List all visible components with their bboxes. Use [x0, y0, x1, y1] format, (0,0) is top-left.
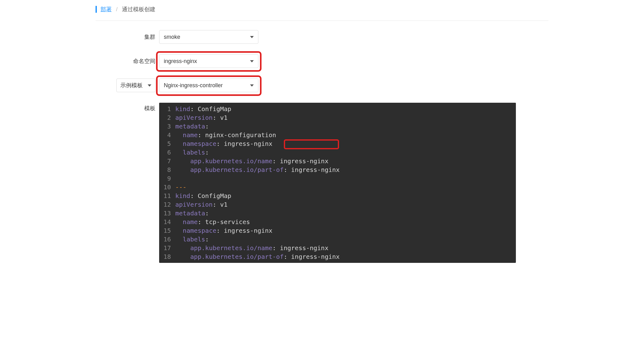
- namespace-highlight-wrap: ingress-nginx: [159, 54, 258, 68]
- line-number: 13: [159, 209, 175, 218]
- editor-line[interactable]: 4 name: nginx-configuration: [159, 131, 516, 139]
- namespace-label: 命名空间: [133, 57, 155, 65]
- sample-template-dropdown[interactable]: Nginx-ingress-controller: [159, 79, 258, 92]
- form-row-cluster: 集群 smoke: [96, 30, 548, 44]
- breadcrumb-accent-bar: [96, 6, 97, 13]
- namespace-dropdown[interactable]: ingress-nginx: [159, 54, 258, 68]
- line-number: 8: [159, 165, 175, 174]
- line-code[interactable]: app.kubernetes.io/part-of: ingress-nginx: [175, 252, 516, 261]
- line-code[interactable]: labels:: [175, 148, 516, 157]
- line-number: 10: [159, 183, 175, 191]
- line-code[interactable]: namespace: ingress-nginx: [175, 226, 516, 235]
- line-number: 9: [159, 174, 175, 183]
- editor-line[interactable]: 15 namespace: ingress-nginx: [159, 226, 516, 235]
- editor-line[interactable]: 7 app.kubernetes.io/name: ingress-nginx: [159, 157, 516, 165]
- editor-line[interactable]: 6 labels:: [159, 148, 516, 157]
- sample-template-label-wrap: 示例模板: [96, 79, 159, 92]
- sample-template-label: 示例模板: [120, 82, 143, 89]
- namespace-label-wrap: 命名空间: [96, 57, 159, 65]
- line-code[interactable]: name: nginx-configuration: [175, 131, 516, 139]
- editor-line[interactable]: 9: [159, 174, 516, 183]
- line-number: 2: [159, 113, 175, 122]
- editor-line[interactable]: 8 app.kubernetes.io/part-of: ingress-ngi…: [159, 165, 516, 174]
- caret-down-icon: [250, 84, 254, 87]
- editor-line[interactable]: 10---: [159, 183, 516, 191]
- cluster-dropdown[interactable]: smoke: [159, 30, 258, 44]
- editor-line[interactable]: 2apiVersion: v1: [159, 113, 516, 122]
- namespace-dropdown-value: ingress-nginx: [164, 58, 248, 65]
- cluster-dropdown-value: smoke: [164, 34, 248, 40]
- line-number: 16: [159, 235, 175, 244]
- editor-line[interactable]: 16 labels:: [159, 235, 516, 244]
- line-number: 5: [159, 139, 175, 148]
- sample-template-label-dropdown[interactable]: 示例模板: [116, 79, 155, 92]
- line-code[interactable]: kind: ConfigMap: [175, 105, 516, 113]
- cluster-label: 集群: [144, 33, 155, 41]
- template-label-wrap: 模板: [96, 103, 159, 112]
- line-code[interactable]: metadata:: [175, 209, 516, 218]
- editor-line[interactable]: 14 name: tcp-services: [159, 218, 516, 226]
- editor-line[interactable]: 11kind: ConfigMap: [159, 191, 516, 200]
- line-number: 17: [159, 244, 175, 252]
- yaml-editor[interactable]: 1kind: ConfigMap2apiVersion: v13metadata…: [159, 103, 516, 263]
- page-root: 部署 / 通过模板创建 集群 smoke 命名空间 ingress-nginx: [89, 0, 555, 286]
- line-number: 6: [159, 148, 175, 157]
- line-code[interactable]: name: tcp-services: [175, 218, 516, 226]
- breadcrumb-separator: /: [116, 6, 118, 13]
- form-row-sample-template: 示例模板 Nginx-ingress-controller: [96, 79, 548, 92]
- line-code[interactable]: app.kubernetes.io/name: ingress-nginx: [175, 244, 516, 252]
- line-code[interactable]: apiVersion: v1: [175, 200, 516, 209]
- form-row-namespace: 命名空间 ingress-nginx: [96, 54, 548, 68]
- editor-line[interactable]: 18 app.kubernetes.io/part-of: ingress-ng…: [159, 252, 516, 261]
- line-number: 7: [159, 157, 175, 165]
- line-number: 11: [159, 191, 175, 200]
- editor-line[interactable]: 3metadata:: [159, 122, 516, 131]
- line-number: 15: [159, 226, 175, 235]
- line-number: 1: [159, 105, 175, 113]
- sample-template-dropdown-value: Nginx-ingress-controller: [164, 82, 248, 89]
- line-code[interactable]: ---: [175, 183, 516, 191]
- editor-line[interactable]: 13metadata:: [159, 209, 516, 218]
- caret-down-icon: [250, 60, 254, 62]
- cluster-label-wrap: 集群: [96, 33, 159, 41]
- breadcrumb-current: 通过模板创建: [122, 6, 155, 13]
- line-number: 12: [159, 200, 175, 209]
- sample-template-highlight-wrap: Nginx-ingress-controller: [159, 79, 258, 92]
- breadcrumb: 部署 / 通过模板创建: [96, 0, 548, 21]
- line-code[interactable]: labels:: [175, 235, 516, 244]
- line-number: 18: [159, 252, 175, 261]
- editor-line[interactable]: 5 namespace: ingress-nginx: [159, 139, 516, 148]
- breadcrumb-root-link[interactable]: 部署: [101, 6, 112, 13]
- line-code[interactable]: app.kubernetes.io/part-of: ingress-nginx: [175, 165, 516, 174]
- line-code[interactable]: metadata:: [175, 122, 516, 131]
- caret-down-icon: [250, 36, 254, 38]
- caret-down-icon: [148, 84, 151, 87]
- editor-line[interactable]: 17 app.kubernetes.io/name: ingress-nginx: [159, 244, 516, 252]
- line-number: 3: [159, 122, 175, 131]
- editor-line[interactable]: 1kind: ConfigMap: [159, 105, 516, 113]
- form-row-template: 模板 1kind: ConfigMap2apiVersion: v13metad…: [96, 103, 548, 263]
- template-label: 模板: [144, 105, 155, 112]
- line-code[interactable]: kind: ConfigMap: [175, 191, 516, 200]
- line-number: 14: [159, 218, 175, 226]
- line-code[interactable]: namespace: ingress-nginx: [175, 139, 516, 148]
- line-number: 4: [159, 131, 175, 139]
- line-code[interactable]: apiVersion: v1: [175, 113, 516, 122]
- editor-line[interactable]: 12apiVersion: v1: [159, 200, 516, 209]
- line-code[interactable]: app.kubernetes.io/name: ingress-nginx: [175, 157, 516, 165]
